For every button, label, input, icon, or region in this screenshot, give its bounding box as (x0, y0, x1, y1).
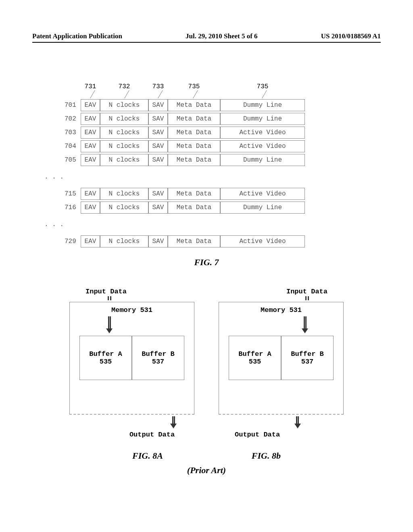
table-row: 704 EAV N clocks SAV Meta Data Active Vi… (65, 140, 373, 152)
row-num: 702 (65, 115, 81, 123)
cell-nclocks: N clocks (100, 113, 148, 125)
buffer-a-box: Buffer A 535 (79, 336, 132, 380)
cell-sav: SAV (148, 154, 168, 166)
table-row: 715 EAV N clocks SAV Meta Data Active Vi… (65, 188, 373, 200)
buffer-b-line2: 537 (301, 358, 314, 366)
cell-nclocks: N clocks (100, 188, 148, 200)
col-label-735a: 735 (188, 83, 200, 90)
figure-8b-panel: Input Data Memory 531 Buffer A 535 Buffe… (219, 288, 344, 438)
row-num: 701 (65, 102, 81, 109)
cell-sav: SAV (148, 140, 168, 152)
cell-content: Dummy Line (220, 202, 305, 214)
header-center: Jul. 29, 2010 Sheet 5 of 6 (186, 32, 258, 40)
cell-eav: EAV (81, 235, 100, 247)
cell-nclocks: N clocks (100, 127, 148, 139)
buffer-a-line1: Buffer A (238, 350, 271, 358)
cell-metadata: Meta Data (168, 188, 220, 200)
row-num: 703 (65, 129, 81, 136)
col-label-733: 733 (152, 83, 164, 90)
cell-content: Active Video (220, 235, 305, 247)
figure-8b-caption: FIG. 8b (252, 451, 281, 461)
cell-nclocks: N clocks (100, 99, 148, 111)
arrow-down-icon (304, 316, 308, 333)
ellipsis: . . . (44, 173, 373, 181)
buffer-b-line1: Buffer B (142, 350, 175, 358)
output-data-label: Output Data (110, 431, 194, 438)
cell-metadata: Meta Data (168, 154, 220, 166)
memory-box: Memory 531 Buffer A 535 Buffer B 537 (219, 302, 344, 415)
column-header-row: 731 732 733 735 735 (81, 83, 305, 90)
buffer-a-box: Buffer A 535 (229, 336, 281, 380)
table-row: 729 EAV N clocks SAV Meta Data Active Vi… (65, 235, 373, 247)
fig7-rows-block3: 729 EAV N clocks SAV Meta Data Active Vi… (65, 235, 373, 247)
cell-sav: SAV (148, 113, 168, 125)
buffer-b-box: Buffer B 537 (281, 336, 334, 380)
header-right: US 2010/0188569 A1 (321, 32, 381, 40)
buffers-row: Buffer A 535 Buffer B 537 (219, 336, 343, 380)
buffers-row: Buffer A 535 Buffer B 537 (70, 336, 194, 380)
cell-content: Dummy Line (220, 154, 305, 166)
fig7-rows-block2: 715 EAV N clocks SAV Meta Data Active Vi… (65, 188, 373, 214)
col-label-731: 731 (85, 83, 96, 90)
memory-label: Memory 531 (70, 306, 194, 314)
page-header: Patent Application Publication Jul. 29, … (32, 32, 381, 43)
input-data-label: Input Data (219, 288, 344, 295)
cell-sav: SAV (148, 188, 168, 200)
ellipsis: . . . (44, 221, 373, 228)
arrow-down-icon (172, 416, 176, 428)
col-label-732: 732 (119, 83, 130, 90)
fig7-rows-block1: 701 EAV N clocks SAV Meta Data Dummy Lin… (65, 99, 373, 166)
cell-eav: EAV (81, 202, 100, 214)
header-left: Patent Application Publication (32, 32, 122, 40)
memory-box: Memory 531 Buffer A 535 Buffer B 537 (69, 302, 194, 415)
buffer-a-line2: 535 (100, 358, 112, 366)
cell-metadata: Meta Data (168, 202, 220, 214)
buffer-b-line2: 537 (152, 358, 165, 366)
cell-eav: EAV (81, 140, 100, 152)
cell-content: Dummy Line (220, 99, 305, 111)
cell-content: Active Video (220, 188, 305, 200)
buffer-a-line2: 535 (249, 358, 261, 366)
cell-content: Active Video (220, 127, 305, 139)
cell-eav: EAV (81, 113, 100, 125)
buffer-a-line1: Buffer A (89, 350, 122, 358)
arrow-down-icon (108, 316, 112, 333)
cell-sav: SAV (148, 235, 168, 247)
table-row: 702 EAV N clocks SAV Meta Data Dummy Lin… (65, 113, 373, 125)
row-num: 704 (65, 143, 81, 150)
cell-sav: SAV (148, 202, 168, 214)
row-num: 705 (65, 156, 81, 164)
cell-metadata: Meta Data (168, 140, 220, 152)
cell-content: Active Video (220, 140, 305, 152)
cell-sav: SAV (148, 127, 168, 139)
cell-eav: EAV (81, 99, 100, 111)
figure-8-container: Input Data Memory 531 Buffer A 535 Buffe… (32, 288, 381, 438)
table-row: 703 EAV N clocks SAV Meta Data Active Vi… (65, 127, 373, 139)
figure-7: 731 732 733 735 735 701 EA (65, 99, 373, 247)
figure-8a-caption: FIG. 8A (132, 451, 163, 461)
row-num: 715 (65, 190, 81, 197)
table-row: 701 EAV N clocks SAV Meta Data Dummy Lin… (65, 99, 373, 111)
table-row: 716 EAV N clocks SAV Meta Data Dummy Lin… (65, 202, 373, 214)
buffer-b-line1: Buffer B (291, 350, 324, 358)
figure-7-caption: FIG. 7 (32, 257, 381, 268)
figure-8a-panel: Input Data Memory 531 Buffer A 535 Buffe… (69, 288, 194, 438)
cell-eav: EAV (81, 188, 100, 200)
cell-metadata: Meta Data (168, 99, 220, 111)
cell-nclocks: N clocks (100, 235, 148, 247)
cell-nclocks: N clocks (100, 140, 148, 152)
cell-eav: EAV (81, 127, 100, 139)
memory-label: Memory 531 (219, 306, 343, 314)
cell-metadata: Meta Data (168, 127, 220, 139)
row-num: 716 (65, 204, 81, 211)
arrow-down-icon (296, 416, 300, 428)
output-data-label: Output Data (235, 431, 344, 438)
cell-content: Dummy Line (220, 113, 305, 125)
cell-nclocks: N clocks (100, 154, 148, 166)
cell-metadata: Meta Data (168, 113, 220, 125)
cell-nclocks: N clocks (100, 202, 148, 214)
cell-metadata: Meta Data (168, 235, 220, 247)
buffer-b-box: Buffer B 537 (132, 336, 184, 380)
cell-sav: SAV (148, 99, 168, 111)
table-row: 705 EAV N clocks SAV Meta Data Dummy Lin… (65, 154, 373, 166)
